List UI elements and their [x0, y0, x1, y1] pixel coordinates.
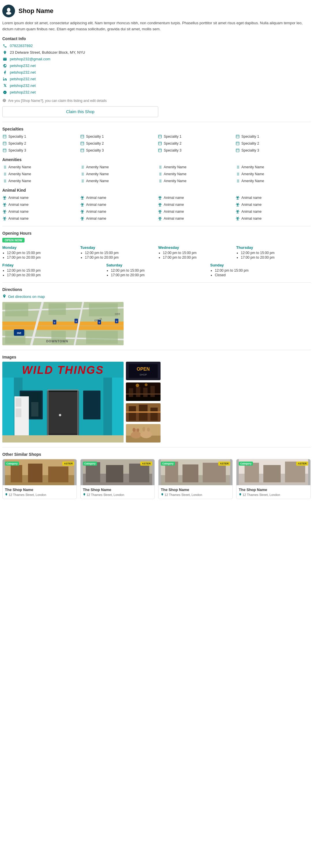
svg-rect-203 — [126, 394, 160, 395]
specialty-label: Speciality 2 — [241, 142, 259, 146]
directions-link-text: Get directions on map — [8, 294, 45, 299]
shop-card-3[interactable]: Category ASTER The Shop Name 12 Thames S… — [158, 459, 233, 499]
paw-icon — [158, 209, 162, 214]
animal-kind-grid: Animal name Animal name Animal name Anim… — [2, 195, 311, 221]
divider-4 — [2, 350, 311, 350]
svg-point-99 — [160, 196, 161, 196]
animal-item: Animal name — [2, 216, 78, 221]
thursday-time-1: 12:00 pm to 15:00 pm — [241, 251, 311, 255]
amenity-label: Amenity Name — [241, 179, 264, 183]
day-name-monday: Monday — [2, 245, 77, 250]
thumb-cafe[interactable] — [126, 382, 160, 401]
saturday-time-2: 17:00 pm to 20:00 pm — [111, 273, 207, 277]
images-layout: WILD THINGS — [2, 362, 311, 442]
amenity-icon — [235, 172, 240, 176]
friday-times: 12:00 pm to 15:00 pm 17:00 pm to 20:00 p… — [2, 269, 103, 277]
animal-item: Animal name — [235, 209, 311, 215]
shop-card-2[interactable]: Category ASTER The Shop Name 12 Thames S… — [80, 459, 155, 499]
facebook-text[interactable]: petshop232.net — [10, 70, 36, 74]
shop-card-address-4: 12 Thames Street, London — [243, 493, 280, 496]
svg-point-143 — [83, 217, 84, 217]
amenity-icon — [158, 179, 162, 183]
svg-point-109 — [6, 204, 6, 205]
amenity-item: Amenity Name — [80, 171, 155, 177]
phone-number[interactable]: 07822837892 — [10, 43, 33, 48]
animal-item: Animal name — [80, 216, 155, 221]
svg-rect-231 — [129, 464, 149, 482]
svg-point-130 — [159, 210, 159, 211]
amenity-icon — [158, 165, 162, 169]
amenity-label: Amenity Name — [8, 179, 31, 183]
svg-point-104 — [236, 197, 237, 198]
specialties-grid: Speciality 1 Speciality 1 Speciality 1 S… — [2, 134, 311, 153]
animal-label: Animal name — [8, 210, 29, 214]
specialty-label: Speciality 1 — [241, 134, 259, 138]
thumb-dogs[interactable] — [126, 424, 160, 442]
animal-label: Animal name — [164, 203, 184, 207]
address-text: 23 Delware Street, Bulldozer Block, MY, … — [10, 50, 85, 55]
specialty-label: Speciality 3 — [8, 148, 26, 152]
thumb-store[interactable] — [126, 403, 160, 422]
main-image[interactable]: WILD THINGS — [2, 362, 124, 442]
svg-rect-235 — [183, 464, 198, 482]
shop-description: Lorem ipsum dolor sit amet, consectetur … — [2, 20, 311, 32]
svg-text:DOWNTOWN: DOWNTOWN — [46, 339, 68, 343]
paw-icon — [235, 216, 240, 221]
animal-item: Animal name — [80, 195, 155, 200]
map-container[interactable]: 35E DOWNTOWN Elm St DEE B B B B — [2, 302, 124, 345]
amenity-item: Amenity Name — [158, 178, 233, 184]
shop-card-category-badge-1: Category — [5, 462, 19, 466]
svg-point-204 — [136, 384, 139, 387]
specialty-icon — [80, 148, 85, 153]
shop-card-1[interactable]: Category ASTER The Shop Name 12 Thames S… — [2, 459, 77, 499]
paw-icon — [80, 195, 85, 200]
svg-rect-240 — [263, 465, 281, 482]
day-name-saturday: Saturday — [106, 263, 207, 267]
svg-point-149 — [161, 218, 162, 218]
shop-card-rating-badge-4: ASTER — [296, 462, 308, 466]
linkedin-text[interactable]: petshop232.net — [10, 77, 36, 81]
svg-point-100 — [158, 197, 159, 198]
amenity-label: Amenity Name — [86, 179, 109, 183]
svg-point-151 — [238, 217, 239, 217]
svg-rect-14 — [3, 149, 6, 152]
specialty-item: Speciality 1 — [80, 134, 155, 140]
specialty-item: Speciality 3 — [80, 148, 155, 153]
svg-rect-224 — [11, 465, 22, 482]
review-text[interactable]: petshop232.net — [10, 90, 36, 94]
svg-rect-17 — [236, 149, 239, 152]
specialty-item: Speciality 2 — [158, 141, 233, 146]
shop-card-category-badge-4: Category — [239, 462, 253, 466]
day-saturday: Saturday 12:00 pm to 15:00 pm 17:00 pm t… — [106, 263, 207, 278]
sunday-closed: Closed — [215, 273, 311, 277]
shop-card-4[interactable]: Category ASTER The Shop Name 12 Thames S… — [236, 459, 311, 499]
shop-card-info-3: The Shop Name 12 Thames Street, London — [158, 485, 232, 499]
shop-card-category-badge-2: Category — [83, 462, 97, 466]
shop-card-addr-1: 12 Thames Street, London — [5, 493, 74, 496]
specialty-item: Speciality 1 — [158, 134, 233, 140]
svg-rect-181 — [49, 392, 77, 434]
specialty-item: Speciality 3 — [2, 148, 78, 153]
svg-point-96 — [81, 197, 81, 198]
svg-point-123 — [5, 210, 6, 211]
animal-label: Animal name — [241, 210, 261, 214]
amenity-label: Amenity Name — [241, 165, 264, 169]
svg-point-127 — [83, 210, 84, 211]
svg-point-113 — [84, 204, 84, 205]
twitter-text[interactable]: petshop232.net — [10, 84, 36, 88]
specialty-icon — [2, 141, 7, 146]
website-text[interactable]: petshop232.net — [10, 63, 36, 68]
specialty-item: Speciality 2 — [2, 141, 78, 146]
amenity-item: Amenity Name — [235, 171, 311, 177]
linkedin-icon — [2, 76, 7, 82]
contact-title: Contact Info — [2, 36, 311, 41]
claim-button[interactable]: Claim this Shop — [66, 110, 94, 114]
thumb-open-sign[interactable]: OPEN SHOP — [126, 362, 160, 380]
day-name-sunday: Sunday — [210, 263, 311, 267]
svg-point-106 — [3, 203, 4, 204]
svg-point-102 — [237, 196, 237, 196]
directions-link[interactable]: Get directions on map — [2, 294, 311, 299]
animal-item: Animal name — [2, 209, 78, 215]
amenity-item: Amenity Name — [158, 164, 233, 170]
email-text[interactable]: petshop232@gmail.com — [10, 57, 50, 61]
